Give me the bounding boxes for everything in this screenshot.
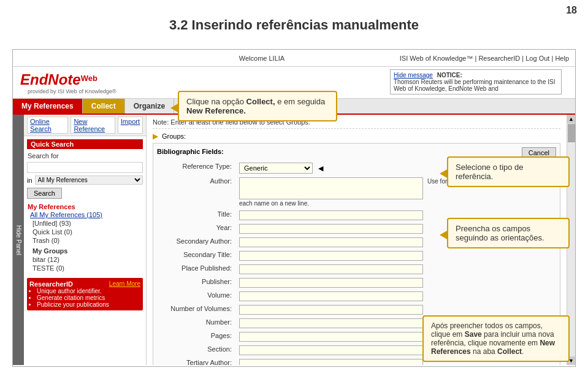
secondary-title-input[interactable] xyxy=(239,251,423,261)
my-references-title: My References xyxy=(28,203,142,210)
tertiary-author-input[interactable] xyxy=(239,359,423,365)
section-input[interactable] xyxy=(239,345,423,355)
secondary-title-row: Secondary Title: xyxy=(157,249,556,263)
search-button[interactable]: Search xyxy=(27,188,62,199)
title-label: Title: xyxy=(157,209,237,222)
pages-input[interactable] xyxy=(239,332,423,342)
biblio-title: Bibliographic Fields: xyxy=(157,148,224,155)
number-input[interactable] xyxy=(239,318,423,328)
publisher-label: Publisher: xyxy=(157,276,237,290)
in-select[interactable]: All My References xyxy=(35,175,143,185)
logo-name: EndNote xyxy=(20,71,81,88)
rid-item-0: Unique author identifier. xyxy=(37,288,140,294)
unfiled-item: [Unfiled] (93) xyxy=(28,219,142,228)
topbar-nav: ISI Web of Knowledge™ | ResearcherID | L… xyxy=(400,55,569,62)
sidebar-sub-nav: Online Search New Reference Import xyxy=(24,115,146,136)
endnote-logo: EndNoteWeb provided by ISI Web of Knowle… xyxy=(20,71,116,94)
groups-row: ▶ Groups: xyxy=(153,132,560,140)
scroll-up-arrow[interactable]: ▲ xyxy=(567,115,576,123)
number-of-volumes-row: Number of Volumes: xyxy=(157,303,556,317)
secondary-title-label: Secondary Title: xyxy=(157,249,237,263)
tab-my-references[interactable]: My References xyxy=(13,99,83,113)
red-arrow-icon: ◀ xyxy=(318,164,323,172)
notice-title: NOTICE: xyxy=(437,72,462,79)
learn-more-link[interactable]: Learn More xyxy=(109,280,140,287)
tab-organize[interactable]: Organize xyxy=(125,99,174,113)
year-label: Year: xyxy=(157,222,237,236)
logout-link[interactable]: Log Out xyxy=(525,55,549,62)
author-label: Author: xyxy=(157,175,237,209)
author-input[interactable] xyxy=(239,177,423,199)
search-for-label: Search for xyxy=(24,151,146,161)
scroll-thumb[interactable] xyxy=(568,124,575,142)
callout-selecione-text: Selecione o tipo de referência. xyxy=(456,163,524,181)
researcher-id-link[interactable]: ResearcherID xyxy=(478,55,520,62)
ref-type-select[interactable]: Generic xyxy=(239,163,313,174)
isi-link[interactable]: ISI Web of Knowledge™ xyxy=(400,55,473,62)
callout-preencha-text: Preencha os campos seguindo as orientaçõ… xyxy=(456,224,544,242)
title-input[interactable] xyxy=(239,210,423,220)
logo-subtext: provided by ISI Web of Knowledge® xyxy=(28,88,116,94)
sub-tab-new-reference[interactable]: New Reference xyxy=(71,117,115,134)
hide-message-link[interactable]: Hide message xyxy=(394,72,433,79)
callout-apos-text3: na aba xyxy=(471,347,497,356)
rid-header: ResearcherID Learn More xyxy=(29,280,140,288)
page-number: 18 xyxy=(566,5,577,16)
all-my-references-link[interactable]: All My References (105) xyxy=(28,210,142,219)
notice-box: Hide message NOTICE: Thomson Reuters wil… xyxy=(390,69,562,94)
trash-item: Trash (0) xyxy=(28,236,142,245)
publisher-row: Publisher: xyxy=(157,276,556,290)
quick-search-box: Quick Search xyxy=(27,139,143,149)
search-input[interactable] xyxy=(27,162,143,173)
sub-tab-import[interactable]: Import xyxy=(118,117,143,134)
callout-apos: Após preencher todos os campos, clique e… xyxy=(422,315,570,362)
my-groups-label: My Groups xyxy=(28,247,142,255)
logo-text: EndNoteWeb xyxy=(20,71,116,88)
group-bitar: bitar (12) xyxy=(28,255,142,264)
rid-item-1: Generate citation metrics xyxy=(37,294,140,301)
callout-collect-bold1: Collect, xyxy=(246,97,275,106)
help-link[interactable]: Help xyxy=(555,55,569,62)
secondary-author-label: Secondary Author: xyxy=(157,236,237,249)
sub-tab-online-search[interactable]: Online Search xyxy=(27,117,68,134)
volume-input[interactable] xyxy=(239,291,423,301)
callout-apos-bold1: Save xyxy=(465,330,482,339)
welcome-text: Welcome LILIA xyxy=(239,55,284,62)
callout-preencha: Preencha os campos seguindo as orientaçõ… xyxy=(447,218,570,248)
number-of-volumes-input[interactable] xyxy=(239,305,423,315)
quick-list-item: Quick List (0) xyxy=(28,228,142,236)
my-refs-section: My References All My References (105) [U… xyxy=(24,201,146,275)
in-label: in xyxy=(27,177,32,184)
place-published-input[interactable] xyxy=(239,264,423,274)
number-of-volumes-label: Number of Volumes: xyxy=(157,303,237,317)
callout-collect-text-middle: e em seguida xyxy=(275,97,326,106)
callout-collect-bold2: New Reference. xyxy=(186,106,246,115)
hide-panel-tab[interactable]: Hide Panel xyxy=(13,115,24,365)
number-label: Number: xyxy=(157,317,237,330)
in-row: in All My References xyxy=(24,174,146,186)
logo-superscript: Web xyxy=(81,73,97,82)
callout-selecione: Selecione o tipo de referência. xyxy=(447,156,570,187)
place-published-row: Place Published: xyxy=(157,263,556,276)
left-sidebar: Online Search New Reference Import Quick… xyxy=(24,115,147,365)
ref-type-label: Reference Type: xyxy=(157,161,237,175)
group-teste: TESTE (0) xyxy=(28,264,142,272)
tab-collect[interactable]: Collect xyxy=(83,99,125,113)
page-title: 3.2 Inserindo referências manualmente xyxy=(0,17,588,33)
year-input[interactable] xyxy=(239,224,423,234)
rid-title: ResearcherID xyxy=(29,280,73,288)
callout-apos-bold3: Collect xyxy=(497,347,522,356)
section-label: Section: xyxy=(157,344,237,357)
volume-row: Volume: xyxy=(157,290,556,303)
endnote-topbar: Welcome LILIA ISI Web of Knowledge™ | Re… xyxy=(13,50,575,67)
callout-collect: Clique na opção Collect, e em seguida Ne… xyxy=(178,91,337,121)
groups-arrow-icon: ▶ xyxy=(153,132,158,140)
researcher-id-box: ResearcherID Learn More Unique author id… xyxy=(27,278,143,310)
rid-item-2: Publicize your publications xyxy=(37,301,140,308)
secondary-author-input[interactable] xyxy=(239,237,423,247)
place-published-label: Place Published: xyxy=(157,263,237,276)
rid-items: Unique author identifier. Generate citat… xyxy=(37,288,140,308)
search-input-row xyxy=(24,161,146,174)
tertiary-author-label: Tertiary Author: xyxy=(157,357,237,365)
publisher-input[interactable] xyxy=(239,278,423,288)
